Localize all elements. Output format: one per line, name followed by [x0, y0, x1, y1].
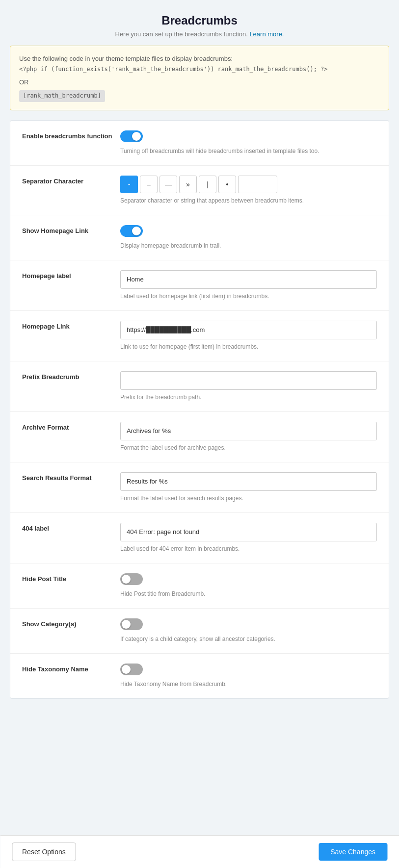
footer-bar: Reset Options Save Changes — [0, 835, 399, 868]
show-homepage-link-toggle[interactable] — [120, 225, 143, 237]
sep-btn-emdash[interactable]: — — [160, 176, 177, 193]
setting-prefix-breadcrumb: Prefix Breadcrumb Prefix for the breadcr… — [10, 361, 389, 412]
separator-buttons: - – — » | • — [120, 176, 377, 193]
sep-btn-dash[interactable]: - — [120, 176, 138, 193]
setting-homepage-link: Homepage Link Link to use for homepage (… — [10, 311, 389, 361]
setting-hide-taxonomy-name: Hide Taxonomy Name Hide Taxonomy Name fr… — [10, 654, 389, 698]
enable-breadcrumbs-toggle[interactable] — [120, 130, 143, 142]
hide-taxonomy-name-toggle[interactable] — [120, 664, 143, 675]
page-header: Breadcrumbs Here you can set up the brea… — [0, 0, 399, 46]
settings-card: Enable breadcrumbs function Turning off … — [10, 120, 389, 699]
sep-custom-input[interactable] — [238, 176, 277, 193]
archive-format-input[interactable] — [120, 422, 377, 440]
setting-search-results-format: Search Results Format Format the label u… — [10, 462, 389, 513]
page-subtitle: Here you can set up the breadcrumbs func… — [10, 30, 389, 38]
setting-404-label: 404 label Label used for 404 error item … — [10, 513, 389, 563]
reset-options-button[interactable]: Reset Options — [12, 842, 76, 861]
info-box: Use the following code in your theme tem… — [10, 46, 389, 110]
homepage-label-input[interactable] — [120, 270, 377, 289]
setting-archive-format: Archive Format Format the label used for… — [10, 412, 389, 462]
sep-btn-raquo[interactable]: » — [179, 176, 197, 193]
sep-btn-bullet[interactable]: • — [218, 176, 236, 193]
homepage-link-input[interactable] — [120, 321, 377, 339]
page-title: Breadcrumbs — [10, 14, 389, 27]
404-label-input[interactable] — [120, 523, 377, 541]
learn-more-link[interactable]: Learn more. — [249, 30, 284, 38]
show-category-toggle[interactable] — [120, 618, 143, 630]
setting-separator: Separator Character - – — » | • Separato… — [10, 166, 389, 215]
setting-show-homepage-link: Show Homepage Link Display homepage brea… — [10, 215, 389, 260]
setting-show-category: Show Category(s) If category is a child … — [10, 609, 389, 654]
search-results-format-input[interactable] — [120, 472, 377, 491]
sep-btn-endash[interactable]: – — [140, 176, 158, 193]
hide-post-title-toggle[interactable] — [120, 573, 143, 585]
setting-enable-breadcrumbs: Enable breadcrumbs function Turning off … — [10, 121, 389, 166]
setting-homepage-label: Homepage label Label used for homepage l… — [10, 260, 389, 311]
sep-btn-pipe[interactable]: | — [199, 176, 216, 193]
prefix-breadcrumb-input[interactable] — [120, 371, 377, 390]
save-changes-button[interactable]: Save Changes — [319, 843, 387, 861]
setting-hide-post-title: Hide Post Title Hide Post title from Bre… — [10, 563, 389, 609]
